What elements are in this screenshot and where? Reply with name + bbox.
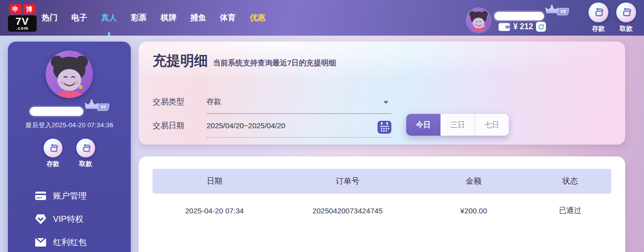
range-7days-button[interactable]: 七日 [475, 114, 509, 136]
bank-card-icon [35, 192, 47, 200]
nav-item-electronic[interactable]: 电子 [71, 0, 87, 36]
topbar-user-info: V0 ¥ 212 [494, 8, 576, 32]
nav-item-lottery[interactable]: 彩票 [131, 0, 147, 36]
withdraw-icon [76, 139, 95, 157]
last-login-text: 最后登入2025-04-20 07:34:36 [8, 121, 131, 130]
topbar-username-row: V0 [494, 8, 576, 20]
main-nav: 热门 电子 真人 彩票 棋牌 捕鱼 体育 优惠 [42, 0, 266, 36]
range-3days-button[interactable]: 三日 [440, 114, 475, 136]
transaction-date-row: 交易日期 2025/04/20~2025/04/20 [153, 114, 611, 138]
logo-badges: 申 博 [8, 4, 37, 14]
wallet-icon [498, 23, 510, 31]
wallet-row: ¥ 212 [494, 22, 576, 32]
calendar-icon[interactable] [377, 121, 391, 134]
nav-item-promotions[interactable]: 优惠 [250, 0, 266, 36]
sidebar-item-account-management[interactable]: 账户管理 [35, 184, 131, 207]
withdraw-icon [616, 2, 636, 22]
transaction-type-value: 存款 [207, 97, 221, 106]
column-header-amount: 金额 [419, 176, 529, 187]
column-header-order-no: 订单号 [276, 176, 419, 187]
balance-amount: ¥ 212 [513, 22, 533, 31]
nav-item-hot[interactable]: 热门 [42, 0, 57, 36]
redacted-username [494, 12, 544, 20]
main-content: 充提明细 当前系统支持查询最近7日的充提明细 交易类型 存款 交易日期 2025… [139, 42, 625, 252]
transaction-type-select[interactable]: 存款 [207, 90, 391, 114]
logo-box: 7V .com [8, 15, 37, 32]
sidebar-item-vip-privileges[interactable]: VIP特权 [35, 207, 131, 231]
sidebar: V0 最后登入2025-04-20 07:34:36 存款 [8, 42, 131, 252]
cell-date: 2025-04-20 07:34 [153, 206, 276, 215]
chevron-down-icon [383, 101, 388, 106]
avatar[interactable] [46, 50, 93, 98]
records-panel: 日期 订单号 金额 状态 2025-04-20 07:34 2025042007… [139, 156, 625, 252]
logo-badge-left: 申 [9, 4, 22, 14]
withdraw-label: 取款 [79, 159, 92, 168]
logo-badge-right: 博 [23, 4, 36, 14]
table-header: 日期 订单号 金额 状态 [153, 169, 611, 194]
sidebar-item-bonus-redpacket[interactable]: 红利红包 [35, 231, 131, 252]
sidebar-actions: 存款 取款 [8, 139, 131, 168]
redacted-username [30, 107, 83, 116]
logo-main-text: 7V [8, 16, 37, 26]
sidebar-item-label: 红利红包 [53, 237, 87, 248]
deposit-label: 存款 [47, 159, 59, 168]
top-navbar: 申 博 7V .com 热门 电子 真人 彩票 棋牌 捕鱼 体育 优惠 [0, 0, 644, 36]
transaction-date-label: 交易日期 [153, 121, 207, 131]
deposit-icon [589, 2, 608, 22]
sidebar-item-label: VIP特权 [53, 213, 83, 225]
filters: 交易类型 存款 交易日期 2025/04/20~2025/04/20 [153, 90, 611, 138]
withdraw-button[interactable]: 取款 [616, 2, 636, 33]
column-header-date: 日期 [153, 176, 276, 187]
title-row: 充提明细 当前系统支持查询最近7日的充提明细 [153, 42, 611, 70]
deposit-label: 存款 [592, 24, 605, 33]
transaction-type-label: 交易类型 [153, 97, 207, 107]
deposit-icon [44, 139, 62, 157]
vip-gem-icon [35, 214, 47, 224]
topbar-actions: 存款 取款 [589, 2, 636, 33]
quick-range-group: 今日 三日 七日 [406, 114, 509, 136]
nav-item-sports[interactable]: 体育 [220, 0, 236, 36]
nav-item-fishing[interactable]: 捕鱼 [190, 0, 206, 36]
cell-order-no: 20250420073424745 [276, 206, 419, 215]
date-range-value: 2025/04/20~2025/04/20 [207, 121, 285, 130]
sidebar-item-label: 账户管理 [53, 190, 87, 202]
column-header-status: 状态 [529, 176, 611, 187]
sidebar-username-row: V0 [8, 105, 131, 116]
withdraw-label: 取款 [620, 24, 633, 33]
date-range-input[interactable]: 2025/04/20~2025/04/20 [207, 114, 391, 138]
avatar[interactable] [467, 8, 490, 32]
avatar-image [467, 8, 490, 32]
envelope-icon [35, 238, 47, 247]
table-row: 2025-04-20 07:34 20250420073424745 ¥200.… [153, 194, 611, 227]
deposit-button[interactable]: 存款 [44, 139, 62, 168]
withdraw-button[interactable]: 取款 [76, 139, 95, 168]
vip-level-badge: V0 [556, 8, 569, 15]
deposit-button[interactable]: 存款 [589, 2, 608, 33]
filter-panel: 充提明细 当前系统支持查询最近7日的充提明细 交易类型 存款 交易日期 2025… [139, 42, 625, 145]
range-today-button[interactable]: 今日 [406, 114, 440, 136]
page-title: 充提明细 [153, 51, 208, 70]
sidebar-profile: V0 最后登入2025-04-20 07:34:36 存款 [8, 42, 131, 168]
cell-amount: ¥200.00 [419, 206, 529, 215]
cell-status: 已通过 [529, 206, 611, 215]
avatar-image [46, 50, 93, 98]
vip-level-badge: V0 [97, 103, 109, 111]
logo-sub-text: .com [8, 26, 37, 31]
page-background: V0 最后登入2025-04-20 07:34:36 存款 [0, 36, 644, 252]
nav-item-chess[interactable]: 棋牌 [161, 0, 176, 36]
page-subtitle: 当前系统支持查询最近7日的充提明细 [213, 58, 336, 68]
sidebar-menu: 账户管理 VIP特权 红利红包 [8, 184, 131, 252]
transaction-type-row: 交易类型 存款 [153, 90, 611, 114]
topbar-user-cluster: V0 ¥ 212 [467, 3, 576, 32]
site-logo[interactable]: 申 博 7V .com [8, 4, 37, 32]
nav-item-live[interactable]: 真人 [101, 0, 117, 36]
refresh-balance-icon[interactable] [536, 22, 546, 32]
